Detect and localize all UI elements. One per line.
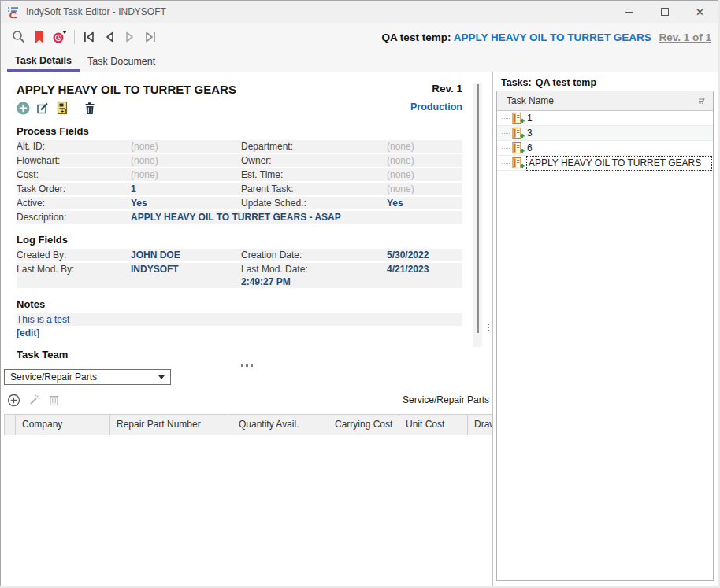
- field-label: Last Mod. By:: [17, 263, 131, 276]
- field-label: Creation Date:: [241, 249, 387, 261]
- column-header[interactable]: Carrying Cost: [328, 415, 399, 435]
- column-header[interactable]: Drawing: [468, 415, 492, 435]
- status-badge: Production: [410, 102, 462, 113]
- field-value: (none): [387, 140, 462, 153]
- field-row: Cost: (none) Est. Time: (none): [17, 168, 462, 181]
- task-row-label: APPLY HEAVY OIL TO TURRET GEARS: [527, 157, 711, 170]
- tab-task-details[interactable]: Task Details: [7, 51, 80, 72]
- scrollbar-thumb[interactable]: [477, 84, 479, 333]
- task-item-icon: [511, 112, 525, 125]
- nav-next-icon[interactable]: [120, 27, 140, 47]
- chevron-down-icon: [158, 375, 165, 379]
- field-value: Yes: [131, 197, 241, 209]
- field-value: Yes: [387, 197, 462, 209]
- task-row[interactable]: 3: [497, 126, 713, 141]
- nav-prev-icon[interactable]: [99, 27, 120, 47]
- task-team-heading: Task Team: [17, 349, 462, 361]
- app-window: IndySoft Task Editor - INDYSOFT ✕: [0, 0, 718, 586]
- vertical-scrollbar[interactable]: [473, 83, 482, 347]
- tab-task-document[interactable]: Task Document: [80, 51, 163, 72]
- task-row[interactable]: 6: [497, 141, 713, 156]
- content-area: APPLY HEAVY OIL TO TURRET GEARS Rev. 1: [1, 72, 718, 586]
- task-row[interactable]: 1: [497, 111, 713, 126]
- column-header[interactable]: Quantity Avail.: [232, 415, 328, 435]
- new-revision-icon[interactable]: +1: [56, 101, 69, 115]
- field-label: Update Sched.:: [241, 197, 387, 209]
- svg-text:+1: +1: [61, 109, 67, 114]
- tasks-panel: Tasks:QA test temp Task Name 1: [492, 72, 718, 586]
- tasks-panel-title: Tasks:QA test temp: [493, 72, 718, 88]
- task-revision: Rev. 1: [432, 83, 462, 94]
- bookmark-icon[interactable]: [29, 27, 50, 47]
- field-label: Est. Time:: [241, 168, 387, 181]
- parts-toolbar: Service/Repair Parts: [4, 393, 492, 407]
- column-header[interactable]: Company: [16, 415, 110, 435]
- field-label: Description:: [17, 211, 131, 224]
- history-icon[interactable]: [50, 27, 70, 47]
- field-label: Active:: [17, 197, 131, 209]
- row-indicator-column: [5, 415, 16, 435]
- tree-branch: [502, 133, 510, 134]
- column-header[interactable]: Unit Cost: [399, 415, 468, 435]
- field-row: Active: Yes Update Sched.: Yes: [17, 197, 462, 209]
- close-button[interactable]: ✕: [682, 1, 718, 23]
- field-value: 5/30/2022: [387, 249, 462, 261]
- task-name-header-label: Task Name: [507, 95, 554, 106]
- vertical-splitter-handle[interactable]: [488, 324, 489, 331]
- window-title: IndySoft Task Editor - INDYSOFT: [26, 6, 166, 17]
- tasks-column-header[interactable]: Task Name: [497, 91, 713, 111]
- task-row-label: 6: [527, 142, 533, 155]
- field-row: Task Order: 1 Parent Task: (none): [17, 183, 462, 195]
- maximize-button[interactable]: [647, 1, 682, 23]
- process-fields-heading: Process Fields: [17, 125, 462, 137]
- field-value: (none): [387, 168, 462, 181]
- search-icon[interactable]: [9, 27, 29, 47]
- field-label: Parent Task:: [241, 183, 387, 195]
- task-details-pane: APPLY HEAVY OIL TO TURRET GEARS Rev. 1: [1, 72, 492, 586]
- tree-branch: [502, 118, 510, 119]
- task-details-scroll-area: APPLY HEAVY OIL TO TURRET GEARS Rev. 1: [1, 72, 492, 361]
- task-actions-toolbar: +1 Production: [17, 101, 462, 115]
- parts-category-select[interactable]: Service/Repair Parts: [4, 369, 171, 385]
- nav-first-icon[interactable]: [79, 27, 99, 47]
- edit-icon[interactable]: [36, 102, 50, 115]
- task-row-selected[interactable]: APPLY HEAVY OIL TO TURRET GEARS: [497, 156, 713, 171]
- toolbar-separator: [74, 30, 75, 44]
- main-toolbar: QA test temp: APPLY HEAVY OIL TO TURRET …: [1, 23, 718, 51]
- add-part-icon[interactable]: [7, 394, 20, 407]
- task-item-icon: [511, 157, 525, 170]
- parts-caption: Service/Repair Parts: [403, 394, 489, 405]
- parts-select-value: Service/Repair Parts: [10, 372, 97, 383]
- task-item-icon: [511, 142, 525, 155]
- edit-note-link[interactable]: [edit]: [17, 327, 462, 338]
- nav-last-icon[interactable]: [140, 27, 161, 47]
- note-text: This is a test: [17, 313, 462, 326]
- title-bar: IndySoft Task Editor - INDYSOFT ✕: [1, 1, 718, 23]
- sort-icon[interactable]: [697, 96, 707, 105]
- field-label: Last Mod. Date:: [241, 263, 387, 276]
- revision-link[interactable]: Rev. 1 of 1: [659, 31, 711, 43]
- tasks-list: Task Name 1 3: [496, 91, 714, 581]
- maximize-icon: [661, 8, 669, 16]
- field-value: (none): [387, 154, 462, 167]
- template-name-label: QA test temp:: [381, 31, 451, 43]
- horizontal-splitter[interactable]: [1, 361, 492, 369]
- parts-pane: Service/Repair Parts Service/Repair Part…: [1, 369, 492, 586]
- actions-separator: [76, 102, 76, 114]
- field-value: (none): [387, 183, 462, 195]
- field-label: Alt. ID:: [17, 140, 131, 153]
- current-task-label: APPLY HEAVY OIL TO TURRET GEARS: [454, 31, 651, 43]
- add-icon[interactable]: [17, 102, 30, 115]
- delete-icon[interactable]: [84, 102, 96, 115]
- task-title: APPLY HEAVY OIL TO TURRET GEARS: [17, 83, 236, 96]
- tasks-label: Tasks:: [501, 77, 532, 88]
- field-value: APPLY HEAVY OIL TO TURRET GEARS - ASAP: [131, 211, 462, 224]
- field-value: JOHN DOE: [131, 249, 241, 261]
- minimize-button[interactable]: [611, 1, 647, 23]
- field-value: INDYSOFT: [131, 263, 241, 276]
- column-header[interactable]: Repair Part Number: [110, 415, 232, 435]
- field-row: Created By: JOHN DOE Creation Date: 5/30…: [17, 249, 462, 261]
- tasks-list-title: QA test temp: [536, 77, 596, 88]
- field-value: (none): [131, 140, 241, 153]
- task-row-label: 1: [527, 112, 533, 125]
